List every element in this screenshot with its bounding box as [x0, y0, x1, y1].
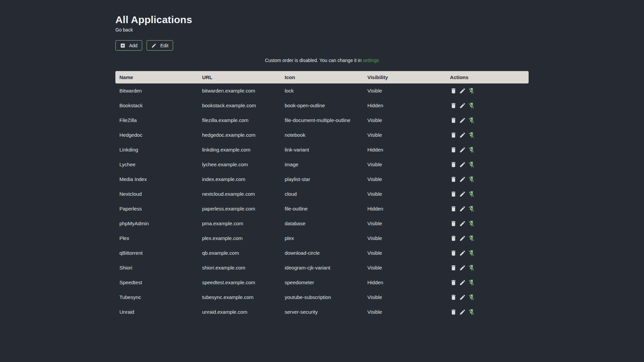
- pin-off-icon[interactable]: [468, 309, 475, 315]
- delete-icon[interactable]: [450, 161, 457, 168]
- column-header-actions: Actions: [446, 71, 529, 83]
- app-actions-cell: [446, 305, 529, 319]
- edit-icon[interactable]: [459, 87, 466, 94]
- pin-off-icon[interactable]: [468, 87, 475, 94]
- app-url-cell: speedtest.example.com: [198, 275, 280, 290]
- app-icon-cell: plex: [281, 231, 363, 246]
- go-back-link[interactable]: Go back: [115, 27, 133, 33]
- pin-off-icon[interactable]: [468, 191, 475, 197]
- pin-off-icon[interactable]: [468, 264, 475, 271]
- table-row: Linkding linkding.example.com link-varia…: [115, 142, 529, 157]
- app-icon-cell: speedometer: [281, 275, 363, 290]
- table-row: qBittorrent qb.example.com download-circ…: [115, 246, 529, 260]
- app-visibility-cell: Visible: [363, 290, 446, 305]
- delete-icon[interactable]: [450, 146, 457, 153]
- app-url-cell: paperless.example.com: [198, 201, 280, 216]
- add-button-label: Add: [129, 43, 138, 48]
- pin-off-icon[interactable]: [468, 294, 475, 301]
- app-name-cell: Lychee: [115, 157, 198, 172]
- app-url-cell: plex.example.com: [198, 231, 280, 246]
- app-actions-cell: [446, 275, 529, 290]
- app-url-cell: bookstack.example.com: [198, 98, 280, 113]
- delete-icon[interactable]: [450, 191, 457, 197]
- pin-off-icon[interactable]: [468, 250, 475, 256]
- edit-icon[interactable]: [459, 294, 466, 301]
- app-icon-cell: lock: [281, 83, 363, 98]
- edit-icon[interactable]: [459, 146, 466, 153]
- column-header-visibility: Visibility: [363, 71, 446, 83]
- app-visibility-cell: Visible: [363, 231, 446, 246]
- delete-icon[interactable]: [450, 220, 457, 227]
- app-name-cell: phpMyAdmin: [115, 216, 198, 231]
- app-actions-cell: [446, 113, 529, 128]
- app-name-cell: Plex: [115, 231, 198, 246]
- table-row: Tubesync tubesync.example.com youtube-su…: [115, 290, 529, 305]
- delete-icon[interactable]: [450, 279, 457, 286]
- page-title: All Applications: [115, 14, 529, 25]
- delete-icon[interactable]: [450, 205, 457, 212]
- table-row: Bookstack bookstack.example.com book-ope…: [115, 98, 529, 113]
- app-url-cell: pma.example.com: [198, 216, 280, 231]
- app-visibility-cell: Visible: [363, 246, 446, 260]
- app-icon-cell: server-security: [281, 305, 363, 319]
- delete-icon[interactable]: [450, 132, 457, 138]
- edit-icon[interactable]: [459, 191, 466, 197]
- table-row: Bitwarden bitwarden.example.com lock Vis…: [115, 83, 529, 98]
- app-name-cell: Hedgedoc: [115, 128, 198, 142]
- delete-icon[interactable]: [450, 117, 457, 124]
- main-content: All Applications Go back Add Edit Custom…: [115, 0, 529, 319]
- delete-icon[interactable]: [450, 294, 457, 301]
- edit-icon[interactable]: [459, 220, 466, 227]
- delete-icon[interactable]: [450, 102, 457, 109]
- edit-icon[interactable]: [459, 205, 466, 212]
- edit-icon[interactable]: [459, 132, 466, 138]
- app-name-cell: Speedtest: [115, 275, 198, 290]
- app-actions-cell: [446, 128, 529, 142]
- edit-icon[interactable]: [459, 176, 466, 183]
- pin-off-icon[interactable]: [468, 161, 475, 168]
- delete-icon[interactable]: [450, 87, 457, 94]
- app-actions-cell: [446, 83, 529, 98]
- pin-off-icon[interactable]: [468, 220, 475, 227]
- app-url-cell: tubesync.example.com: [198, 290, 280, 305]
- edit-icon[interactable]: [459, 161, 466, 168]
- app-name-cell: FileZilla: [115, 113, 198, 128]
- app-visibility-cell: Visible: [363, 128, 446, 142]
- delete-icon[interactable]: [450, 250, 457, 256]
- app-name-cell: Shiori: [115, 260, 198, 275]
- edit-icon[interactable]: [459, 117, 466, 124]
- delete-icon[interactable]: [450, 309, 457, 315]
- pin-off-icon[interactable]: [468, 102, 475, 109]
- delete-icon[interactable]: [450, 176, 457, 183]
- app-visibility-cell: Visible: [363, 113, 446, 128]
- app-name-cell: Tubesync: [115, 290, 198, 305]
- app-actions-cell: [446, 260, 529, 275]
- edit-button[interactable]: Edit: [147, 40, 173, 51]
- pin-off-icon[interactable]: [468, 279, 475, 286]
- pin-off-icon[interactable]: [468, 117, 475, 124]
- table-row: Media Index index.example.com playlist-s…: [115, 172, 529, 187]
- edit-icon[interactable]: [459, 309, 466, 315]
- delete-icon[interactable]: [450, 264, 457, 271]
- pin-off-icon[interactable]: [468, 132, 475, 138]
- delete-icon[interactable]: [450, 235, 457, 242]
- edit-icon[interactable]: [459, 279, 466, 286]
- table-row: Unraid unraid.example.com server-securit…: [115, 305, 529, 319]
- pin-off-icon[interactable]: [468, 205, 475, 212]
- add-button[interactable]: Add: [115, 40, 142, 51]
- app-actions-cell: [446, 172, 529, 187]
- pin-off-icon[interactable]: [468, 176, 475, 183]
- pin-off-icon[interactable]: [468, 146, 475, 153]
- app-url-cell: filezilla.example.com: [198, 113, 280, 128]
- app-name-cell: Paperless: [115, 201, 198, 216]
- app-actions-cell: [446, 142, 529, 157]
- edit-icon[interactable]: [459, 250, 466, 256]
- table-row: Shiori shiori.example.com ideogram-cjk-v…: [115, 260, 529, 275]
- app-visibility-cell: Hidden: [363, 98, 446, 113]
- app-url-cell: nextcloud.example.com: [198, 187, 280, 201]
- edit-icon[interactable]: [459, 102, 466, 109]
- edit-icon[interactable]: [459, 235, 466, 242]
- pin-off-icon[interactable]: [468, 235, 475, 242]
- settings-link[interactable]: settings: [363, 58, 379, 63]
- edit-icon[interactable]: [459, 264, 466, 271]
